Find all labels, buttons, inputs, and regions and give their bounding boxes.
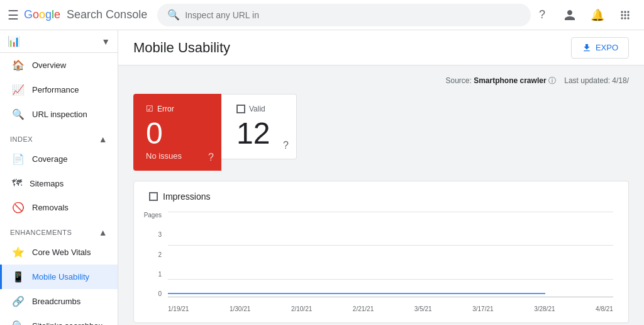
error-count: 0	[146, 118, 209, 149]
sidebar-item-label: Sitelinks searchbox	[32, 321, 103, 325]
content-area: Source: Smartphone crawler ⓘ Last update…	[118, 66, 644, 325]
sidebar-item-label: Mobile Usability	[32, 272, 89, 282]
sidebar-item-label: Performance	[32, 85, 79, 94]
sidebar-item-coverage[interactable]: 📄 Coverage	[0, 147, 118, 171]
enhancements-section-header: Enhancements ▲	[0, 220, 118, 240]
last-updated: Last updated: 4/18/	[564, 76, 629, 85]
source-value: Smartphone crawler	[474, 76, 546, 85]
chart-header: Impressions	[149, 191, 613, 202]
valid-card: Valid 12 ?	[221, 94, 297, 159]
valid-count: 12	[236, 118, 281, 149]
chart-inner: 1/19/21 1/30/21 2/10/21 2/21/21 3/5/21 3…	[168, 212, 613, 312]
bar-chart-icon: 📊	[8, 35, 20, 47]
valid-help-icon[interactable]: ?	[283, 140, 289, 151]
error-card-label: ☑ Error	[146, 104, 209, 113]
sidebar-item-performance[interactable]: 📈 Performance	[0, 77, 118, 102]
export-label: EXPO	[596, 43, 618, 52]
chart-svg	[168, 212, 613, 297]
bell-icon[interactable]: 🔔	[586, 4, 609, 26]
sidebar-item-label: URL inspection	[32, 110, 87, 119]
x-label-2: 2/10/21	[291, 305, 312, 312]
sidebar-item-label: Removals	[32, 203, 69, 212]
x-label-7: 4/8/21	[596, 305, 613, 312]
main-content: Mobile Usability EXPO Source: Smartphone…	[118, 30, 644, 325]
searchbox-icon: 🔍	[12, 320, 25, 325]
enhancements-section-label: Enhancements	[10, 229, 72, 236]
inspect-icon: 🔍	[12, 108, 25, 120]
y-label-2: 2	[158, 251, 162, 258]
property-selector[interactable]: 📊 ▼	[0, 30, 118, 53]
x-label-3: 2/21/21	[353, 305, 374, 312]
search-icon: 🔍	[167, 9, 180, 21]
chart-y-labels: Pages 3 2 1 0	[149, 212, 164, 297]
sidebar-item-core-web-vitals[interactable]: ⭐ Core Web Vitals	[0, 240, 118, 265]
x-label-1: 1/30/21	[230, 305, 250, 312]
valid-checkbox	[236, 105, 245, 113]
sitemaps-icon: 🗺	[12, 178, 22, 189]
sidebar: 📊 ▼ 🏠 Overview 📈 Performance 🔍 URL inspe…	[0, 30, 118, 325]
breadcrumbs-icon: 🔗	[12, 295, 25, 307]
index-section-label: Index	[10, 135, 33, 143]
impressions-checkbox[interactable]	[149, 192, 158, 201]
valid-card-label: Valid	[236, 105, 281, 113]
index-section-header: Index ▲	[0, 127, 118, 147]
main-header: Mobile Usability EXPO	[118, 30, 644, 66]
error-card: ☑ Error 0 No issues ?	[133, 94, 221, 171]
chart-area: Pages 3 2 1 0	[149, 212, 613, 312]
profile-icon[interactable]	[558, 4, 581, 26]
page-title: Mobile Usability	[133, 40, 230, 56]
logo-area: ☰ Google Search Console	[8, 8, 147, 23]
source-label: Source:	[445, 76, 471, 85]
home-icon: 🏠	[12, 59, 25, 71]
performance-icon: 📈	[12, 84, 25, 96]
sidebar-item-url-inspection[interactable]: 🔍 URL inspection	[0, 102, 118, 127]
source-help-icon[interactable]: ⓘ	[548, 76, 556, 85]
removals-icon: 🚫	[12, 202, 25, 214]
x-label-5: 3/17/21	[472, 305, 493, 312]
sidebar-item-label: Coverage	[32, 154, 67, 164]
coverage-icon: 📄	[12, 153, 25, 165]
core-web-vitals-icon: ⭐	[12, 246, 25, 258]
sidebar-item-sitemaps[interactable]: 🗺 Sitemaps	[0, 171, 118, 195]
y-label-0: 0	[158, 290, 162, 297]
y-label-1: 1	[158, 271, 162, 278]
sidebar-item-mobile-usability[interactable]: 📱 Mobile Usability	[0, 265, 118, 289]
hamburger-icon[interactable]: ☰	[8, 8, 19, 23]
error-sub: No issues	[146, 151, 209, 161]
y-label-3: Pages	[144, 212, 162, 219]
logo-text: Google Search Console	[24, 8, 147, 21]
x-label-4: 3/5/21	[414, 305, 432, 312]
chart-section: Impressions Pages 3 2 1 0	[133, 181, 629, 323]
property-chevron: ▼	[101, 37, 110, 47]
index-toggle[interactable]: ▲	[99, 134, 108, 144]
y-label-3: 3	[158, 231, 162, 238]
export-button[interactable]: EXPO	[571, 37, 629, 59]
sidebar-item-removals[interactable]: 🚫 Removals	[0, 195, 118, 220]
apps-icon[interactable]	[614, 4, 636, 26]
mobile-icon: 📱	[12, 271, 25, 283]
x-label-0: 1/19/21	[168, 305, 189, 312]
x-labels: 1/19/21 1/30/21 2/10/21 2/21/21 3/5/21 3…	[168, 305, 613, 312]
help-icon[interactable]: ?	[531, 4, 553, 26]
topbar-actions: ? 🔔	[531, 4, 636, 26]
sidebar-item-label: Core Web Vitals	[32, 248, 91, 257]
status-cards: ☑ Error 0 No issues ? Valid 12 ?	[133, 94, 629, 171]
sidebar-item-label: Sitemaps	[30, 179, 64, 188]
chart-baseline	[168, 297, 613, 297]
x-label-6: 3/28/21	[534, 305, 555, 312]
chart-title: Impressions	[163, 191, 210, 202]
sidebar-item-label: Breadcrumbs	[32, 297, 80, 306]
search-bar[interactable]: 🔍	[157, 4, 531, 26]
sidebar-item-breadcrumbs[interactable]: 🔗 Breadcrumbs	[0, 289, 118, 314]
source-bar: Source: Smartphone crawler ⓘ Last update…	[133, 76, 629, 86]
error-help-icon[interactable]: ?	[208, 152, 214, 163]
layout: 📊 ▼ 🏠 Overview 📈 Performance 🔍 URL inspe…	[0, 30, 644, 325]
search-input[interactable]	[185, 10, 521, 20]
topbar: ☰ Google Search Console 🔍 ? 🔔	[0, 0, 644, 30]
sidebar-item-label: Overview	[32, 60, 66, 70]
sidebar-item-sitelinks-searchbox[interactable]: 🔍 Sitelinks searchbox	[0, 314, 118, 325]
enhancements-toggle[interactable]: ▲	[99, 227, 108, 237]
sidebar-item-overview[interactable]: 🏠 Overview	[0, 53, 118, 77]
